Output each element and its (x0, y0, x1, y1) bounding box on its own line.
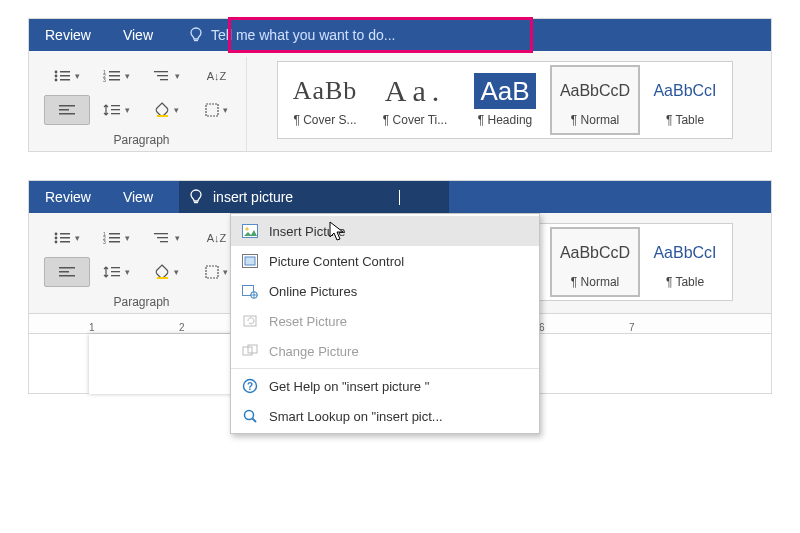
menu-item-label: Online Pictures (269, 284, 357, 299)
svg-rect-15 (160, 79, 168, 80)
group-label-paragraph: Paragraph (113, 129, 169, 147)
tell-me-search[interactable]: Tell me what you want to do... (179, 19, 409, 51)
tell-me-search-active[interactable] (179, 181, 449, 213)
shading-button[interactable]: ▾ (144, 257, 190, 287)
style-caption: ¶ Cover Ti... (383, 113, 447, 127)
chevron-down-icon: ▾ (75, 71, 80, 81)
chevron-down-icon: ▾ (223, 105, 228, 115)
menu-item-insert-picture[interactable]: Insert Picture (231, 216, 539, 246)
svg-rect-30 (60, 241, 70, 243)
align-left-button[interactable] (44, 95, 90, 125)
style-table[interactable]: AaBbCcI ¶ Table (640, 65, 730, 135)
style-preview: AaBbCcD (560, 73, 630, 109)
chevron-down-icon: ▾ (125, 71, 130, 81)
ruler-mark: 7 (629, 322, 719, 333)
menu-item-label: Picture Content Control (269, 254, 404, 269)
svg-rect-39 (160, 241, 168, 242)
globe-icon (241, 282, 259, 300)
tab-view[interactable]: View (107, 19, 169, 51)
style-cover-subtitle[interactable]: AaBb ¶ Cover S... (280, 65, 370, 135)
svg-rect-14 (157, 75, 168, 76)
style-caption: ¶ Table (666, 113, 704, 127)
styles-gallery[interactable]: AaBb ¶ Cover S... Aa. ¶ Cover Ti... AaB … (277, 61, 733, 139)
group-paragraph: ▾ 123 ▾ ▾ A↓Z ▾ (37, 57, 247, 151)
svg-rect-19 (111, 105, 120, 106)
borders-button[interactable]: ▾ (194, 95, 240, 125)
shading-button[interactable]: ▾ (144, 95, 190, 125)
svg-rect-22 (157, 115, 168, 117)
image-icon (241, 222, 259, 240)
svg-rect-44 (111, 271, 120, 272)
svg-point-1 (55, 71, 58, 74)
sort-button[interactable]: A↓Z (194, 61, 240, 91)
style-preview: AaBb (293, 73, 358, 109)
numbering-button[interactable]: 123 ▾ (94, 61, 140, 91)
style-table[interactable]: AaBbCcI ¶ Table (640, 227, 730, 297)
tab-review[interactable]: Review (29, 181, 107, 213)
bullets-button[interactable]: ▾ (44, 223, 90, 253)
svg-text:3: 3 (103, 77, 106, 83)
ruler-mark: 6 (539, 322, 629, 333)
style-cover-title[interactable]: Aa. ¶ Cover Ti... (370, 65, 460, 135)
svg-rect-40 (59, 267, 75, 269)
svg-rect-20 (111, 109, 120, 110)
multilevel-list-button[interactable]: ▾ (144, 61, 190, 91)
tab-strip: Review View (29, 181, 771, 213)
line-spacing-button[interactable]: ▾ (94, 257, 140, 287)
multilevel-list-button[interactable]: ▾ (144, 223, 190, 253)
style-caption: ¶ Normal (571, 275, 619, 289)
tab-view[interactable]: View (107, 181, 169, 213)
svg-rect-36 (109, 241, 120, 243)
lightbulb-icon (189, 189, 203, 205)
svg-rect-8 (109, 71, 120, 73)
svg-rect-28 (60, 237, 70, 239)
svg-rect-6 (60, 79, 70, 81)
bullets-button[interactable]: ▾ (44, 61, 90, 91)
style-caption: ¶ Cover S... (293, 113, 356, 127)
help-icon: ? (241, 377, 259, 395)
svg-rect-23 (206, 104, 218, 116)
menu-item-label: Insert Picture (269, 224, 346, 239)
ribbon-panel-before: Review View Tell me what you want to do.… (28, 18, 772, 152)
change-icon (241, 342, 259, 360)
menu-item-label: Smart Lookup on "insert pict... (269, 409, 443, 424)
menu-item-get-help[interactable]: ? Get Help on "insert picture " (231, 371, 539, 401)
group-paragraph: ▾ 123 ▾ ▾ A↓Z ▾ (37, 219, 247, 313)
line-spacing-button[interactable]: ▾ (94, 95, 140, 125)
svg-point-5 (55, 79, 58, 82)
svg-rect-26 (60, 233, 70, 235)
menu-item-online-pictures[interactable]: Online Pictures (231, 276, 539, 306)
svg-point-27 (55, 237, 58, 240)
style-normal[interactable]: AaBbCcD ¶ Normal (550, 65, 640, 135)
menu-item-label: Change Picture (269, 344, 359, 359)
style-caption: ¶ Heading (478, 113, 532, 127)
style-preview: AaBbCcI (653, 235, 716, 271)
menu-item-change-picture: Change Picture (231, 336, 539, 366)
style-preview: AaBbCcI (653, 73, 716, 109)
svg-rect-21 (111, 113, 120, 114)
ribbon-body: ▾ 123 ▾ ▾ A↓Z ▾ (29, 51, 771, 151)
chevron-down-icon: ▾ (174, 267, 179, 277)
svg-point-25 (55, 233, 58, 236)
numbering-button[interactable]: 123 ▾ (94, 223, 140, 253)
align-left-button[interactable] (44, 257, 90, 287)
style-heading[interactable]: AaB ¶ Heading (460, 65, 550, 135)
svg-point-59 (245, 411, 254, 420)
menu-item-label: Get Help on "insert picture " (269, 379, 429, 394)
menu-item-picture-content-control[interactable]: Picture Content Control (231, 246, 539, 276)
chevron-down-icon: ▾ (223, 267, 228, 277)
control-icon (241, 252, 259, 270)
chevron-down-icon: ▾ (125, 267, 130, 277)
menu-separator (231, 368, 539, 369)
paragraph-buttons: ▾ 123 ▾ ▾ A↓Z ▾ (44, 57, 240, 125)
menu-item-smart-lookup[interactable]: Smart Lookup on "insert pict... (231, 401, 539, 431)
chevron-down-icon: ▾ (125, 105, 130, 115)
style-normal[interactable]: AaBbCcD ¶ Normal (550, 227, 640, 297)
tab-review[interactable]: Review (29, 19, 107, 51)
style-preview: Aa. (385, 73, 445, 109)
svg-rect-18 (59, 113, 75, 115)
chevron-down-icon: ▾ (175, 233, 180, 243)
svg-line-60 (253, 419, 257, 423)
ruler-mark: 1 (89, 322, 179, 333)
tell-me-input[interactable] (211, 188, 391, 206)
